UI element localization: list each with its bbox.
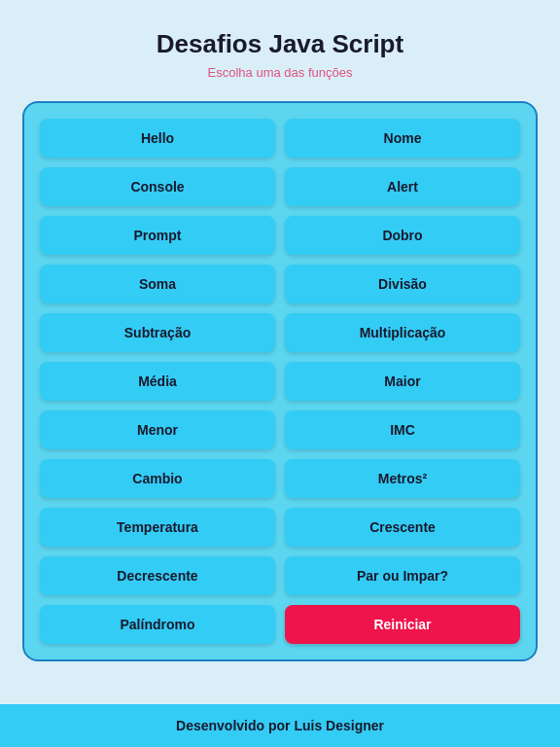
- btn-hello[interactable]: Hello: [40, 119, 275, 158]
- btn-reiniciar[interactable]: Reiniciar: [285, 605, 520, 644]
- footer-text: Desenvolvido por Luis Designer: [176, 718, 384, 733]
- btn-media[interactable]: Média: [40, 362, 275, 401]
- page-wrapper: Desafios Java Script Escolha uma das fun…: [0, 0, 560, 747]
- btn-subtracao[interactable]: Subtração: [40, 313, 275, 352]
- buttons-grid: Hello Nome Console Alert Prompt Dobro So…: [40, 119, 520, 644]
- btn-crescente[interactable]: Crescente: [285, 508, 520, 547]
- btn-cambio[interactable]: Cambio: [40, 459, 275, 498]
- btn-nome[interactable]: Nome: [285, 119, 520, 158]
- btn-temperatura[interactable]: Temperatura: [40, 508, 275, 547]
- btn-par-ou-impar[interactable]: Par ou Impar?: [285, 556, 520, 595]
- page-header: Desafios Java Script Escolha uma das fun…: [137, 0, 423, 101]
- btn-metros2[interactable]: Metros²: [285, 459, 520, 498]
- btn-soma[interactable]: Soma: [40, 265, 275, 303]
- btn-menor[interactable]: Menor: [40, 410, 275, 449]
- btn-dobro[interactable]: Dobro: [285, 216, 520, 255]
- btn-console[interactable]: Console: [40, 167, 275, 206]
- btn-prompt[interactable]: Prompt: [40, 216, 275, 255]
- page-title: Desafios Java Script: [157, 29, 403, 59]
- page-subtitle: Escolha uma das funções: [157, 65, 403, 80]
- buttons-card: Hello Nome Console Alert Prompt Dobro So…: [22, 101, 538, 661]
- btn-divisao[interactable]: Divisão: [285, 265, 520, 303]
- btn-maior[interactable]: Maior: [285, 362, 520, 401]
- footer: Desenvolvido por Luis Designer: [0, 704, 560, 747]
- btn-multiplicacao[interactable]: Multiplicação: [285, 313, 520, 352]
- btn-decrescente[interactable]: Decrescente: [40, 556, 275, 595]
- btn-imc[interactable]: IMC: [285, 410, 520, 449]
- btn-palindromo[interactable]: Palíndromo: [40, 605, 275, 644]
- btn-alert[interactable]: Alert: [285, 167, 520, 206]
